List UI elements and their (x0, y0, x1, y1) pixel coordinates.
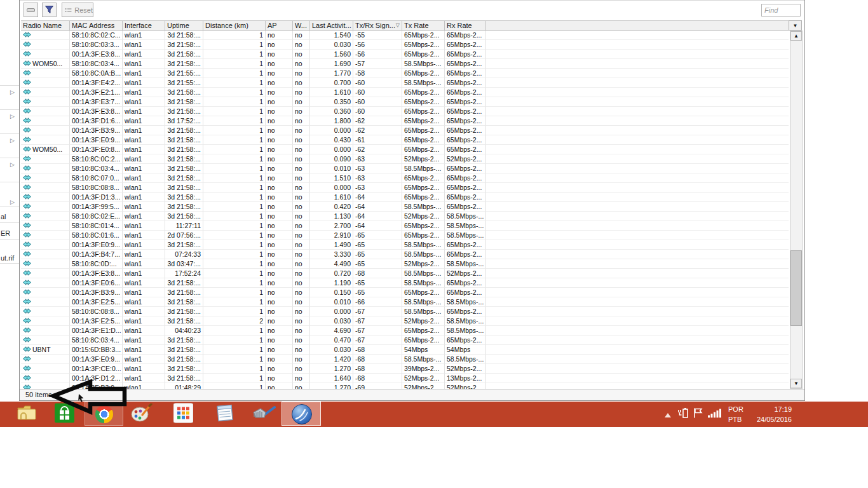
column-header-interface[interactable]: Interface (123, 21, 165, 30)
column-header-tx_rate[interactable]: Tx Rate (402, 21, 445, 30)
registration-row[interactable]: 00:1A:3F:D1:6...wlan13d 17:52:...1nono1.… (21, 116, 789, 126)
find-input[interactable] (761, 4, 801, 17)
cell-distance_km: 1 (203, 59, 266, 69)
vertical-scrollbar[interactable]: ▲ ▼ (790, 30, 803, 389)
column-header-tx_rx_signal[interactable]: Tx/Rx Sign...▽ (353, 21, 402, 30)
cell-filler (486, 135, 789, 145)
registration-row[interactable]: 00:1A:3F:E2:5...wlan13d 21:58:...1nono0.… (21, 297, 789, 307)
registration-row[interactable]: 58:10:8C:03:4...wlan13d 21:58:...1nono0.… (21, 336, 789, 345)
cable-crimper-icon[interactable] (252, 405, 276, 424)
registration-row[interactable]: 00:1A:3F:B4:7...wlan107:24:331nono3.330-… (21, 250, 789, 259)
registration-row[interactable]: 00:1A:3F:E0:9...wlan13d 21:58:...1nono0.… (21, 135, 789, 145)
cell-interface: wlan1 (123, 240, 165, 250)
registration-row[interactable]: 00:1A:3F:E3:7...wlan13d 21:58:...1nono0.… (21, 97, 789, 107)
column-header-distance_km[interactable]: Distance (km) (203, 21, 266, 30)
column-header-rx_rate[interactable]: Rx Rate (445, 21, 486, 30)
registration-row[interactable]: 00:1A:3F:B3:9...wlan13d 21:58:...1nono0.… (21, 288, 789, 297)
cell-ap: no (266, 383, 293, 389)
registration-row[interactable]: 00:1A:3F:E2:1...wlan13d 21:58:...1nono1.… (21, 88, 789, 97)
cell-last_activity: 0.700 (310, 78, 353, 88)
registration-row[interactable]: 00:1A:3F:99:5...wlan13d 21:58:...1nono0.… (21, 202, 789, 212)
cell-wds: no (293, 250, 310, 259)
action-center-flag-icon[interactable] (693, 408, 703, 421)
cell-uptime: 3d 21:58:... (165, 30, 203, 40)
registration-row[interactable]: 00:1A:3F:CE:0...wlan13d 21:58:...1nono1.… (21, 364, 789, 374)
cell-distance_km: 1 (203, 135, 266, 145)
registration-row[interactable]: 58:10:8C:07:0...wlan13d 21:58:...1nono1.… (21, 173, 789, 183)
registration-row[interactable]: 00:1A:3F:E2:5...wlan13d 21:58:...2nono0.… (21, 316, 789, 326)
registration-row[interactable]: 00:1A:3F:E3:8...wlan117:52:241nono0.720-… (21, 269, 789, 278)
cell-tx_rx_signal: -60 (353, 97, 402, 107)
column-header-last_activity[interactable]: Last Activit... (310, 21, 353, 30)
filter-button[interactable] (42, 3, 57, 17)
registration-row[interactable]: 58:10:8C:01:6...wlan12d 07:56:...1nono2.… (21, 231, 789, 240)
registration-row[interactable]: WOM50...00:1A:3F:E0:8...wlan13d 21:58:..… (21, 145, 789, 154)
cell-radio_name (21, 383, 70, 389)
cell-filler (486, 97, 789, 107)
registration-row[interactable]: 00:1A:3F:D1:3...wlan13d 21:58:...1nono1.… (21, 193, 789, 202)
column-header-wds[interactable]: W... (293, 21, 310, 30)
cell-tx_rx_signal: -67 (353, 336, 402, 345)
registration-icon (23, 269, 31, 278)
registration-row[interactable]: 00:1A:3F:E3:8...wlan13d 21:58:...1nono1.… (21, 50, 789, 59)
cell-mac_address: 00:1A:3F:E1:D... (70, 326, 123, 336)
cell-mac_address: 58:10:8C:0C:2... (70, 154, 123, 164)
column-header-radio_name[interactable]: Radio Name (21, 21, 70, 30)
registration-row[interactable]: 58:10:8C:02:C...wlan13d 21:58:...1nono1.… (21, 30, 789, 40)
reset-button[interactable]: Reset (62, 3, 93, 17)
registration-row[interactable]: 00:1A:3F:E0:6...wlan13d 21:58:...1nono1.… (21, 278, 789, 288)
registration-row[interactable]: 00:1A:3F:E4:2...wlan13d 21:55:...1nono0.… (21, 78, 789, 88)
registration-row[interactable]: 58:10:8C:0C:2...wlan13d 21:58:...1nono0.… (21, 154, 789, 164)
registration-row[interactable]: 58:10:8C:03:4...wlan13d 21:58:...1nono0.… (21, 164, 789, 173)
registration-row[interactable]: UBNT00:15:6D:BB:3...wlan13d 21:58:...1no… (21, 345, 789, 355)
cell-distance_km: 1 (203, 78, 266, 88)
network-signal-icon[interactable] (708, 409, 721, 421)
paint-icon[interactable] (131, 403, 153, 425)
registration-row[interactable]: 58:10:8C:08:8...wlan13d 21:58:...1nono0.… (21, 183, 789, 193)
windows-store-icon[interactable] (55, 403, 74, 426)
cell-tx_rate: 54Mbps (402, 345, 445, 355)
cell-tx_rate: 65Mbps-2... (402, 107, 445, 116)
scrollbar-thumb[interactable] (790, 250, 802, 326)
file-explorer-icon[interactable] (17, 404, 37, 424)
app-grid-icon[interactable] (173, 403, 193, 426)
language-indicator[interactable]: PORPTB (728, 404, 743, 424)
registration-row[interactable]: 00:1A:3F:B3:9wlan101:48:291nono1.270-695… (21, 383, 789, 389)
winbox-icon[interactable] (292, 404, 312, 424)
column-header-mac_address[interactable]: MAC Address (70, 21, 123, 30)
column-options-dropdown[interactable]: ▼ (789, 20, 802, 30)
registration-row[interactable]: 58:10:8C:0D:...wlan13d 03:47:...1nono4.4… (21, 259, 789, 269)
registration-row[interactable]: 00:1A:3F:E1:D...wlan104:40:231nono4.690-… (21, 326, 789, 336)
cell-ap: no (266, 240, 293, 250)
scroll-up-button[interactable]: ▲ (790, 31, 802, 41)
registration-row[interactable]: 00:1A:3F:E0:9...wlan13d 21:58:...1nono1.… (21, 240, 789, 250)
column-header-uptime[interactable]: Uptime (165, 21, 203, 30)
registration-row[interactable]: 58:10:8C:01:4...wlan111:27:111nono2.700-… (21, 221, 789, 231)
clock[interactable]: 17:19 24/05/2016 (749, 404, 792, 424)
registration-row[interactable]: 58:10:8C:0A:B...wlan13d 21:55:...1nono1.… (21, 69, 789, 78)
chrome-icon[interactable] (95, 405, 113, 423)
cell-interface: wlan1 (123, 374, 165, 383)
tray-expand-icon[interactable] (665, 409, 671, 420)
cell-filler (486, 269, 789, 278)
registration-row[interactable]: 58:10:8C:03:3...wlan13d 21:58:...1nono0.… (21, 40, 789, 50)
power-battery-icon[interactable] (677, 407, 689, 421)
cell-last_activity: 0.010 (310, 297, 353, 307)
registration-row[interactable]: 00:1A:3F:E3:8...wlan13d 21:58:...1nono0.… (21, 107, 789, 116)
registration-row[interactable]: 58:10:8C:08:8...wlan13d 21:58:...1nono0.… (21, 307, 789, 316)
remove-entry-button[interactable] (24, 3, 38, 17)
registration-row[interactable]: 00:1A:3F:E0:9...wlan13d 21:58:...1nono1.… (21, 355, 789, 364)
registration-row[interactable]: 00:1A:3F:B3:9...wlan13d 21:58:...1nono0.… (21, 126, 789, 135)
registration-row[interactable]: 58:10:8C:02:E...wlan13d 21:58:...1nono1.… (21, 212, 789, 221)
column-header-ap[interactable]: AP (266, 21, 293, 30)
cell-tx_rate: 65Mbps-2... (402, 88, 445, 97)
registration-row[interactable]: 00:1A:3F:D1:2...wlan13d 21:58:...1nono1.… (21, 374, 789, 383)
cell-wds: no (293, 345, 310, 355)
cell-tx_rx_signal: -64 (353, 212, 402, 221)
cell-ap: no (266, 326, 293, 336)
scroll-down-button[interactable]: ▼ (790, 379, 802, 388)
cell-wds: no (293, 383, 310, 389)
filter-funnel-icon (44, 5, 54, 15)
registration-row[interactable]: WOM50...58:10:8C:03:4...wlan13d 21:58:..… (21, 59, 789, 69)
notepad-icon[interactable] (214, 403, 234, 426)
